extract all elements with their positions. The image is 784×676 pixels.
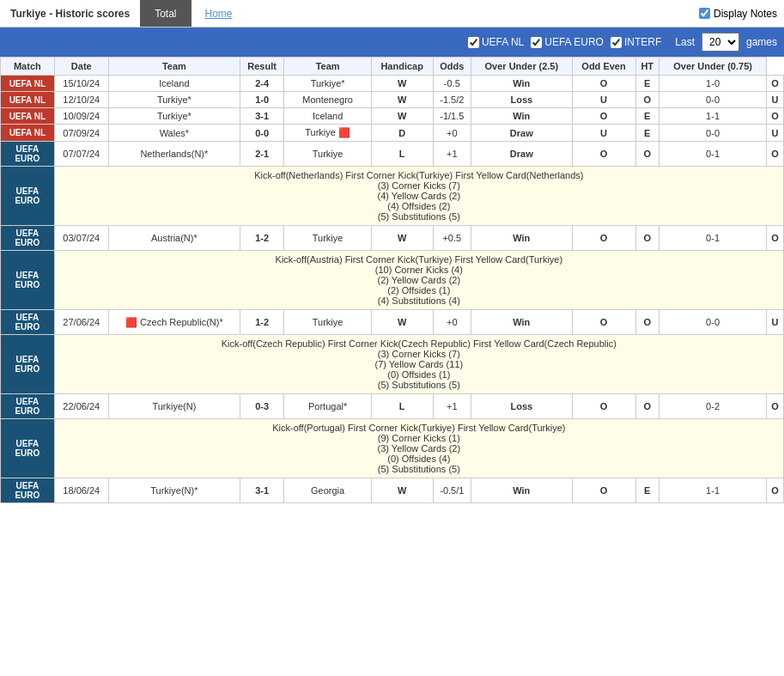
col-ht: HT bbox=[635, 58, 659, 76]
oe-cell: O bbox=[635, 394, 659, 419]
team1-cell: Iceland bbox=[108, 76, 240, 92]
result-cell: 2-1 bbox=[240, 142, 284, 167]
tab-group: Total Home bbox=[140, 0, 246, 27]
team2-cell: Georgia bbox=[284, 478, 371, 503]
notes-content: Kick-off(Austria) First Corner Kick(Turk… bbox=[54, 251, 783, 310]
tab-total[interactable]: Total bbox=[140, 0, 191, 27]
odds-cell: Loss bbox=[471, 92, 572, 108]
odds-cell: Draw bbox=[471, 125, 572, 142]
odds-cell: Win bbox=[471, 226, 572, 251]
ou25-cell: O bbox=[572, 108, 635, 125]
games-label: games bbox=[746, 36, 777, 48]
ou25-cell: U bbox=[572, 125, 635, 142]
oe-cell: O bbox=[635, 310, 659, 335]
comp-cell: UEFAEURO bbox=[1, 142, 55, 167]
date-cell: 10/09/24 bbox=[54, 108, 108, 125]
notes-content: Kick-off(Portugal) First Corner Kick(Tur… bbox=[54, 419, 783, 478]
handicap-cell: +1 bbox=[433, 394, 471, 419]
result-cell: 3-1 bbox=[240, 478, 284, 503]
team1-cell: Turkiye(N)* bbox=[108, 478, 240, 503]
col-result: Result bbox=[240, 58, 284, 76]
comp-cell: UEFA NL bbox=[1, 92, 55, 108]
team2-cell: Iceland bbox=[284, 108, 371, 125]
handicap-cell: +0 bbox=[433, 310, 471, 335]
oe-cell: E bbox=[635, 108, 659, 125]
ou075-cell: U bbox=[767, 310, 784, 335]
col-match: Match bbox=[1, 58, 55, 76]
filter-uefa-euro[interactable]: UEFA EURO bbox=[531, 36, 604, 48]
header: Turkiye - Historic scores Total Home Dis… bbox=[0, 0, 784, 27]
col-handicap: Handicap bbox=[371, 58, 433, 76]
ou25-cell: O bbox=[572, 478, 635, 503]
col-team2: Team bbox=[284, 58, 371, 76]
oe-cell: E bbox=[635, 125, 659, 142]
comp-cell: UEFA NL bbox=[1, 108, 55, 125]
ou25-cell: O bbox=[572, 310, 635, 335]
team1-cell: Turkiye* bbox=[108, 108, 240, 125]
ou25-cell: O bbox=[572, 142, 635, 167]
ht-cell: 1-0 bbox=[659, 76, 766, 92]
comp-cell: UEFAEURO bbox=[1, 394, 55, 419]
date-cell: 22/06/24 bbox=[54, 394, 108, 419]
ht-cell: 0-1 bbox=[659, 142, 766, 167]
display-notes-label: Display Notes bbox=[714, 8, 777, 20]
ou075-cell: U bbox=[767, 92, 784, 108]
display-notes-toggle[interactable]: Display Notes bbox=[699, 8, 784, 20]
wdl-cell: L bbox=[371, 394, 433, 419]
ou25-cell: O bbox=[572, 76, 635, 92]
page-title: Turkiye - Historic scores bbox=[0, 8, 140, 20]
result-cell: 0-0 bbox=[240, 125, 284, 142]
result-cell: 2-4 bbox=[240, 76, 284, 92]
comp-cell: UEFA NL bbox=[1, 125, 55, 142]
wdl-cell: W bbox=[371, 226, 433, 251]
ou25-cell: U bbox=[572, 92, 635, 108]
wdl-cell: W bbox=[371, 108, 433, 125]
filter-bar: UEFA NL UEFA EURO INTERF Last 5101520253… bbox=[0, 27, 784, 57]
col-ou25: Over Under (2.5) bbox=[471, 58, 572, 76]
oe-cell: E bbox=[635, 478, 659, 503]
last-select[interactable]: 51015202530 bbox=[702, 33, 739, 52]
team1-cell: Turkiye(N) bbox=[108, 394, 240, 419]
ht-cell: 0-2 bbox=[659, 394, 766, 419]
date-cell: 07/09/24 bbox=[54, 125, 108, 142]
odds-cell: Loss bbox=[471, 394, 572, 419]
tab-home[interactable]: Home bbox=[191, 0, 246, 27]
odds-cell: Win bbox=[471, 108, 572, 125]
team2-cell: Portugal* bbox=[284, 394, 371, 419]
date-cell: 18/06/24 bbox=[54, 478, 108, 503]
date-cell: 12/10/24 bbox=[54, 92, 108, 108]
comp-cell: UEFA NL bbox=[1, 76, 55, 92]
ou075-cell: O bbox=[767, 108, 784, 125]
result-cell: 0-3 bbox=[240, 394, 284, 419]
team2-cell: Turkiye bbox=[284, 142, 371, 167]
ou25-cell: O bbox=[572, 394, 635, 419]
comp-cell: UEFAEURO bbox=[1, 478, 55, 503]
col-team1: Team bbox=[108, 58, 240, 76]
handicap-cell: +1 bbox=[433, 142, 471, 167]
wdl-cell: W bbox=[371, 76, 433, 92]
filter-interf[interactable]: INTERF bbox=[611, 36, 661, 48]
team1-cell: 🟥 Czech Republic(N)* bbox=[108, 310, 240, 335]
col-ou075: Over Under (0.75) bbox=[659, 58, 766, 76]
ou075-cell: O bbox=[767, 226, 784, 251]
wdl-cell: W bbox=[371, 92, 433, 108]
handicap-cell: -1/1.5 bbox=[433, 108, 471, 125]
odds-cell: Win bbox=[471, 76, 572, 92]
comp-cell: UEFAEURO bbox=[1, 226, 55, 251]
main-table: Match Date Team Result Team Handicap Odd… bbox=[0, 57, 784, 503]
last-label: Last bbox=[675, 36, 695, 48]
team2-cell: Montenegro bbox=[284, 92, 371, 108]
ou075-cell: U bbox=[767, 125, 784, 142]
date-cell: 15/10/24 bbox=[54, 76, 108, 92]
display-notes-checkbox[interactable] bbox=[699, 8, 710, 19]
result-cell: 3-1 bbox=[240, 108, 284, 125]
ht-cell: 0-1 bbox=[659, 226, 766, 251]
team1-cell: Netherlands(N)* bbox=[108, 142, 240, 167]
filter-uefa-nl[interactable]: UEFA NL bbox=[468, 36, 524, 48]
date-cell: 07/07/24 bbox=[54, 142, 108, 167]
notes-comp-cell: UEFAEURO bbox=[1, 251, 55, 310]
result-cell: 1-2 bbox=[240, 310, 284, 335]
team1-cell: Turkiye* bbox=[108, 92, 240, 108]
ht-cell: 1-1 bbox=[659, 108, 766, 125]
team2-cell: Turkiye 🟥 bbox=[284, 125, 371, 142]
